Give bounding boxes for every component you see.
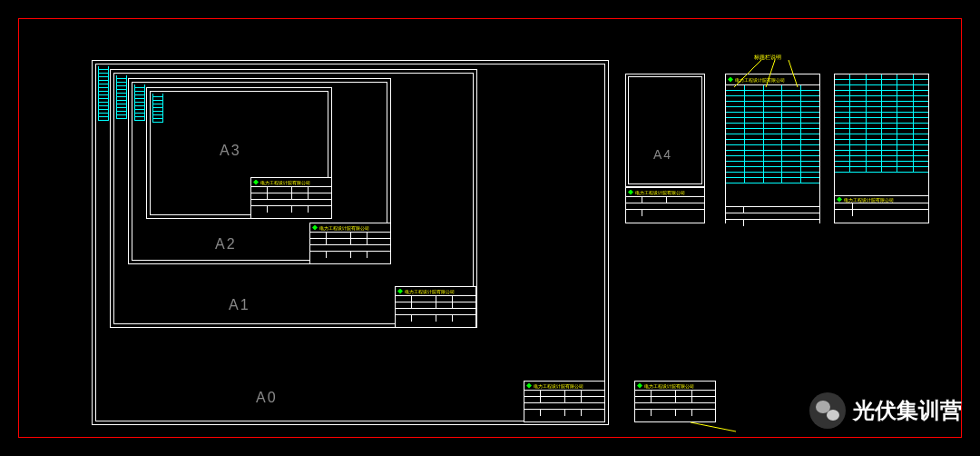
- title-block-standalone: 电力工程设计院有限公司: [634, 381, 716, 422]
- logo-icon: [628, 190, 633, 195]
- watermark: 光伏集训营: [809, 392, 962, 429]
- leader-note-top: 标题栏说明: [754, 54, 781, 62]
- svg-line-0: [734, 60, 761, 87]
- logo-icon: [312, 225, 318, 231]
- logo-icon: [526, 383, 532, 389]
- label-a2: A2: [215, 236, 237, 253]
- revision-strip-a2: [134, 84, 145, 130]
- svg-line-1: [766, 60, 775, 87]
- title-block-a3: 电力工程设计院有限公司: [250, 177, 332, 219]
- svg-line-2: [789, 60, 798, 87]
- table-grid-1: [726, 85, 819, 206]
- leader-line-bottom: [691, 421, 745, 434]
- logo-icon: [253, 180, 259, 185]
- wechat-icon: [809, 392, 846, 429]
- table-grid-2: [835, 74, 928, 195]
- label-a1: A1: [229, 297, 250, 313]
- svg-line-3: [691, 422, 736, 431]
- label-a3: A3: [220, 143, 241, 159]
- title-block-a2: 电力工程设计院有限公司: [309, 223, 391, 264]
- frame-a4: A4: [625, 74, 705, 187]
- title-block-a1: 电力工程设计院有限公司: [395, 286, 476, 328]
- drawing-canvas: A0 A1 A2 A3 电力工程设计院有限公司 电力工程设计院有限公司: [18, 18, 962, 438]
- label-a0: A0: [256, 390, 278, 406]
- label-a4: A4: [653, 147, 672, 162]
- table-sheet-2: 电力工程设计院有限公司: [834, 74, 929, 223]
- watermark-text: 光伏集训营: [853, 396, 962, 425]
- logo-icon: [397, 289, 403, 294]
- logo-icon: [837, 197, 842, 203]
- revision-strip-a3: [152, 94, 163, 130]
- revision-strip-a0: [98, 66, 109, 139]
- logo-icon: [637, 383, 642, 389]
- title-block-a4: 电力工程设计院有限公司: [625, 187, 705, 223]
- title-block-a0: 电力工程设计院有限公司: [524, 381, 605, 422]
- revision-strip-a1: [116, 75, 127, 130]
